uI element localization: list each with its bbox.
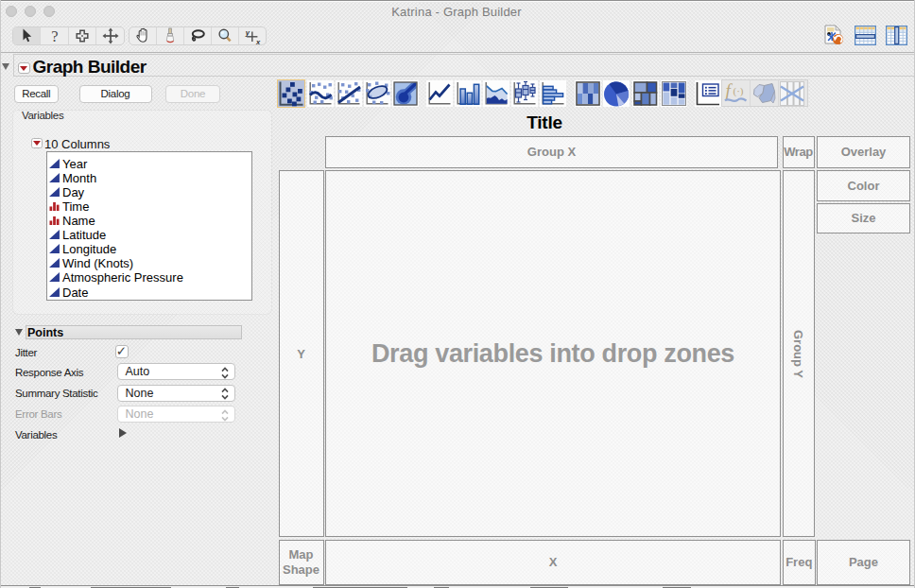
svg-text:x: x — [255, 38, 261, 45]
svg-text:(·): (·) — [734, 85, 744, 97]
svg-text:y: y — [245, 28, 250, 37]
svg-text:?: ? — [51, 27, 58, 44]
svg-text:f: f — [726, 80, 734, 100]
